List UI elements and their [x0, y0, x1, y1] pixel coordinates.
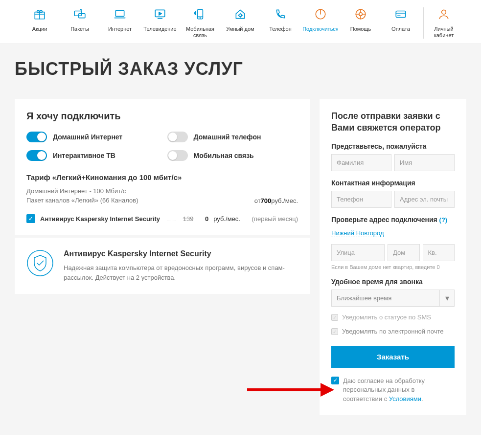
- toggle-label: Мобильная связь: [194, 152, 254, 159]
- consent-link[interactable]: Условиями: [389, 395, 421, 403]
- nav-item-laptop[interactable]: Интернет: [100, 7, 140, 39]
- nav-item-help[interactable]: Помощь: [341, 7, 381, 39]
- apt-input[interactable]: [423, 244, 455, 261]
- svg-point-12: [200, 18, 200, 18]
- addon-old-price: 139: [183, 215, 194, 223]
- toggle-row: Домашний телефон: [167, 132, 298, 142]
- nav-label: Помощь: [350, 26, 371, 32]
- av-desc: Надежная защита компьютера от вредоносны…: [64, 263, 298, 282]
- account-icon: [437, 7, 451, 21]
- notify-email-row[interactable]: ✓ Уведомлять по электронной почте: [331, 328, 455, 335]
- tariff-line-1: Домашний Интернет - 100 Мбит/с: [26, 187, 298, 195]
- order-form: После отправки заявки с Вами свяжется оп…: [320, 99, 466, 415]
- nav-item-phone[interactable]: Телефон: [260, 7, 300, 39]
- nav-account-label: Личный кабинет: [426, 26, 461, 39]
- top-nav: АкцииПакетыИнтернетТелевидениеМобильная …: [0, 0, 481, 44]
- card-icon: [394, 7, 408, 21]
- nav-item-card[interactable]: Оплата: [381, 7, 421, 39]
- nav-label: Оплата: [391, 26, 410, 32]
- nav-label: Акции: [32, 26, 47, 32]
- addon-checkbox[interactable]: ✓: [26, 214, 35, 223]
- street-input[interactable]: [331, 244, 385, 261]
- house-input[interactable]: [388, 244, 420, 261]
- toggle-label: Интерактивное ТВ: [53, 152, 115, 159]
- toggle-row: Домашний Интернет: [26, 132, 158, 142]
- contact-label: Контактная информация: [331, 179, 455, 187]
- consent-row: ✓ Даю согласие на обработку персональных…: [331, 377, 455, 403]
- address-label: Проверьте адрес подключения (?): [331, 216, 455, 224]
- nav-item-gift[interactable]: Акции: [20, 7, 60, 39]
- page-title: БЫСТРЫЙ ЗАКАЗ УСЛУГ: [15, 59, 466, 79]
- nav-account[interactable]: Личный кабинет: [426, 7, 461, 39]
- tariff-name: Тариф «Легкий+Киномания до 100 мбит/с»: [26, 173, 298, 181]
- nav-divider: [423, 7, 424, 39]
- packages-icon: [73, 7, 87, 21]
- intro-label: Представьтесь, пожалуйста: [331, 142, 455, 150]
- nav-label: Пакеты: [70, 26, 89, 32]
- notify-sms-row[interactable]: ✓ Уведомлять о статусе по SMS: [331, 314, 455, 321]
- laptop-icon: [113, 7, 127, 21]
- nav-label: Телефон: [269, 26, 292, 32]
- nav-item-mobile[interactable]: Мобильная связь: [180, 7, 220, 39]
- svg-point-30: [27, 250, 53, 276]
- connect-title: Я хочу подключить: [26, 111, 298, 122]
- mobile-icon: [193, 7, 207, 21]
- svg-marker-8: [159, 12, 161, 16]
- phone-input[interactable]: [331, 191, 391, 208]
- toggle-switch[interactable]: [26, 132, 47, 142]
- shield-icon: [26, 249, 54, 277]
- power-icon: [314, 7, 327, 21]
- toggle-switch[interactable]: [26, 150, 47, 161]
- consent-checkbox[interactable]: ✓: [331, 377, 339, 384]
- svg-point-29: [442, 10, 446, 14]
- apt-hint: Если в Вашем доме нет квартир, введите 0: [331, 264, 455, 270]
- home-icon: [233, 7, 247, 21]
- nav-item-home[interactable]: Умный дом: [220, 7, 260, 39]
- svg-rect-26: [396, 11, 406, 18]
- checkbox-icon: ✓: [331, 328, 338, 335]
- antivirus-banner: Антивирус Kaspersky Internet Security На…: [15, 238, 310, 294]
- tv-icon: [153, 7, 167, 21]
- toggle-switch[interactable]: [167, 132, 188, 142]
- addon-name: Антивирус Kaspersky Internet Security: [40, 215, 160, 223]
- time-select[interactable]: ▾: [331, 290, 455, 307]
- chevron-down-icon: ▾: [439, 290, 454, 306]
- toggle-label: Домашний Интернет: [53, 133, 122, 141]
- nav-label: Интернет: [108, 26, 132, 32]
- order-button[interactable]: Заказать: [331, 346, 455, 368]
- firstname-input[interactable]: [394, 154, 455, 171]
- toggle-switch[interactable]: [167, 150, 188, 161]
- email-input[interactable]: [394, 191, 455, 208]
- services-panel: Я хочу подключить Домашний ИнтернетДомаш…: [15, 99, 310, 235]
- address-help-link[interactable]: (?): [439, 216, 448, 224]
- gift-icon: [33, 7, 46, 21]
- nav-item-power[interactable]: Подключиться: [300, 7, 341, 39]
- nav-label: Мобильная связь: [180, 26, 220, 39]
- nav-label: Умный дом: [226, 26, 254, 32]
- svg-rect-5: [115, 10, 124, 16]
- toggle-row: Интерактивное ТВ: [26, 150, 158, 161]
- phone-icon: [274, 7, 287, 21]
- checkbox-icon: ✓: [331, 314, 338, 321]
- city-link[interactable]: Нижний Новгород: [331, 229, 384, 237]
- help-icon: [354, 7, 367, 21]
- nav-label: Телевидение: [143, 26, 176, 32]
- nav-item-tv[interactable]: Телевидение: [140, 7, 180, 39]
- toggle-row: Мобильная связь: [167, 150, 298, 161]
- addon-row: ✓ Антивирус Kaspersky Internet Security …: [26, 214, 298, 223]
- nav-item-packages[interactable]: Пакеты: [60, 7, 100, 39]
- form-title: После отправки заявки с Вами свяжется оп…: [331, 111, 455, 134]
- toggle-label: Домашний телефон: [194, 133, 261, 141]
- nav-label: Подключиться: [302, 26, 339, 32]
- svg-point-21: [359, 13, 363, 16]
- addon-price: 0: [205, 215, 208, 223]
- addon-note: (первый месяц): [252, 215, 298, 223]
- time-label: Удобное время для звонка: [331, 278, 455, 286]
- av-title: Антивирус Kaspersky Internet Security: [64, 249, 298, 258]
- lastname-input[interactable]: [331, 154, 391, 171]
